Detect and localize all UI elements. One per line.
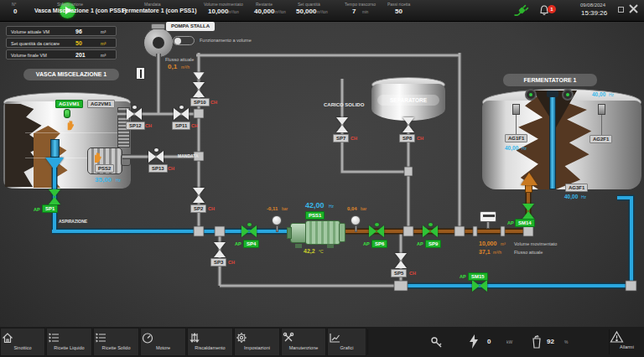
valve-sm15[interactable] <box>472 280 487 292</box>
fermentatore-freq-top-unit: Hz <box>609 92 614 97</box>
alarm-count-badge[interactable]: 1 <box>548 5 556 13</box>
nav-riscaldamento[interactable]: Riscaldamento <box>187 328 233 356</box>
valve-sp11[interactable] <box>174 108 189 120</box>
sm15-tag[interactable]: SM15 <box>468 272 488 281</box>
recipe-number: 0 <box>13 8 17 15</box>
sp4-tag[interactable]: SP4 <box>243 240 259 248</box>
valve-sp6[interactable] <box>369 225 384 237</box>
recipe-status-bar: N° 0 Stato Aspirazione Vasca Miscelazion… <box>0 0 644 22</box>
funzionamento-volume-toggle[interactable] <box>173 36 195 45</box>
sp7-state: CH <box>351 136 357 141</box>
warning-icon <box>610 330 644 344</box>
sp9-tag[interactable]: SP9 <box>425 240 441 248</box>
flow-volume-unit: m³ <box>501 241 506 246</box>
pss1-freq-unit: Hz <box>329 204 334 209</box>
carico-solido-label: CARICO SOLIDO <box>324 102 364 107</box>
power-plug-icon <box>513 3 530 17</box>
sm14-state: AP <box>507 220 514 225</box>
sm15-state: AP <box>460 274 466 279</box>
nav-grafici[interactable]: Grafici <box>327 328 366 356</box>
valve-sp8[interactable] <box>402 117 414 132</box>
key-icon[interactable] <box>429 335 444 349</box>
valve-sp13[interactable] <box>148 151 164 163</box>
passi-value: 50 <box>395 8 402 15</box>
sp2-tag[interactable]: SP2 <box>190 204 206 213</box>
nav-motore[interactable]: Motore <box>140 328 186 356</box>
sp13-tag[interactable]: SP13 <box>148 164 168 173</box>
col-n-header: N° <box>12 2 17 7</box>
pressure-in-unit: bar <box>282 206 288 211</box>
flow-meter-display[interactable] <box>480 211 496 222</box>
nav-manutenzione[interactable]: Manutenzione <box>281 328 326 356</box>
power-unit: kW <box>506 339 512 344</box>
ag3f1-freq-value: 40,00 <box>564 194 578 199</box>
col-volume-header: Volume movimentato <box>204 2 243 7</box>
valve-sp2[interactable] <box>193 188 205 203</box>
sp12-tag[interactable]: SP12 <box>126 122 145 130</box>
valve-sp12[interactable] <box>127 108 142 120</box>
sp10-tag[interactable]: SP10 <box>190 98 210 106</box>
sp1-tag[interactable]: SP1 <box>42 204 58 213</box>
sp6-tag[interactable]: SP6 <box>371 240 387 248</box>
valve-sp5[interactable] <box>395 253 407 268</box>
pressure-gauge[interactable] <box>351 215 361 225</box>
valve-sm14[interactable] <box>522 204 534 219</box>
sp13-state: CH <box>168 166 174 171</box>
pss1-freq-value: 42,00 <box>305 201 325 210</box>
ag1f1-freq-value: 40,00 <box>505 145 518 151</box>
maximize-button[interactable] <box>618 7 624 13</box>
ag3f1-freq-unit: Hz <box>581 194 586 199</box>
recipe-list-icon <box>94 331 138 344</box>
sp12-state: CH <box>145 123 152 128</box>
pss1-pump-head[interactable] <box>290 223 307 243</box>
fermentatore-freq-top-value: 40,00 <box>592 91 605 97</box>
nav-allarmi[interactable]: Allarmi <box>610 328 644 356</box>
valve-sp7[interactable] <box>336 117 348 132</box>
mandata-pipe-label: MANDATA <box>178 153 199 158</box>
pss1-tag[interactable]: PSS1 <box>305 211 325 220</box>
col-restante-header: Restante <box>256 2 273 7</box>
sp7-tag[interactable]: SP7 <box>333 134 349 142</box>
valve-sp4[interactable] <box>242 225 257 237</box>
valve-sp3[interactable] <box>214 242 226 257</box>
flow-flusso-value: 37,1 <box>479 249 491 255</box>
valve-sp1[interactable] <box>49 189 60 204</box>
pressure-out-value: 0,04 <box>347 206 357 211</box>
close-button[interactable] <box>628 3 639 14</box>
valve-sp9[interactable] <box>423 225 438 237</box>
sp11-state: CH <box>191 123 198 128</box>
pss1-temp-value: 42,2 <box>304 248 315 254</box>
nav-sinottico[interactable]: Sinottico <box>0 328 45 356</box>
aspirazione-pipe-label: ASPIRAZIONE <box>59 219 87 224</box>
pss1-end-cap <box>339 223 345 242</box>
sp9-state: AP <box>417 241 423 246</box>
sm14-tag[interactable]: SM14 <box>515 219 535 227</box>
nav-ricette-solido[interactable]: Ricette Solido <box>93 328 139 356</box>
power-bolt-icon <box>468 334 480 349</box>
set-quantita-value: 50,000 <box>296 8 316 15</box>
pss1-motor-body[interactable] <box>305 220 340 245</box>
sp8-tag[interactable]: SP8 <box>399 134 415 142</box>
col-mandata-header: Mandata <box>144 2 160 7</box>
sp8-state: CH <box>417 136 423 141</box>
restante-value: 40,000 <box>254 8 274 15</box>
nav-ricette-liquido[interactable]: Ricette Liquido <box>46 328 92 356</box>
pressure-gauge[interactable] <box>272 215 282 225</box>
sp5-tag[interactable]: SP5 <box>391 269 407 277</box>
funzionamento-volume-label: Funzionamento a volume <box>200 38 252 43</box>
chart-icon <box>328 331 366 344</box>
col-tempo-header: Tempo trascorso <box>345 2 376 7</box>
flow-volume-label: Volume movimentato <box>514 241 557 246</box>
tempo-value: 7 <box>352 8 356 15</box>
sp3-state: CH <box>228 260 235 265</box>
level-value: 92 <box>547 338 554 345</box>
gauge-icon <box>141 331 185 344</box>
nav-impostazioni[interactable]: Impostazioni <box>234 328 280 356</box>
restante-unit: m³/ton <box>275 10 286 14</box>
sp11-tag[interactable]: SP11 <box>172 122 190 130</box>
power-value: 0 <box>487 338 491 345</box>
tempo-unit: min <box>362 10 368 14</box>
sp3-tag[interactable]: SP3 <box>210 258 226 266</box>
tools-icon <box>282 331 325 344</box>
valve-sp10[interactable] <box>193 82 205 97</box>
